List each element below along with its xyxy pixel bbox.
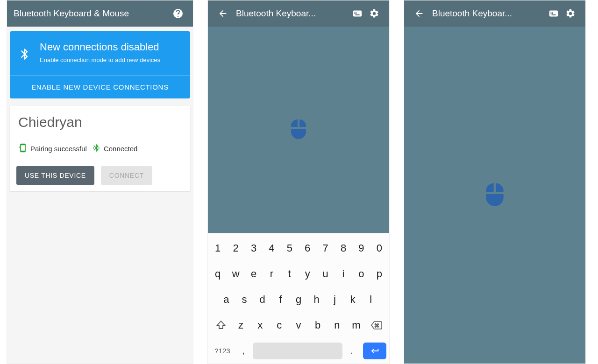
connection-status: Connected	[92, 143, 138, 154]
key-row-bottom: ?123 , .	[208, 338, 389, 364]
device-actions: USE THIS DEVICE CONNECT	[16, 166, 184, 185]
key-f[interactable]: f	[271, 290, 290, 309]
key-y[interactable]: y	[299, 264, 316, 284]
device-status-row: Pairing successful Connected	[16, 143, 184, 154]
backspace-key[interactable]	[366, 316, 386, 335]
key-0[interactable]: 0	[370, 238, 388, 258]
key-1[interactable]: 1	[209, 238, 227, 258]
connect-button: CONNECT	[101, 166, 152, 185]
use-device-button[interactable]: USE THIS DEVICE	[16, 166, 94, 185]
appbar: Bluetooth Keyboar...	[404, 0, 585, 27]
banner-content: New connections disabled Enable connecti…	[10, 31, 190, 75]
key-7[interactable]: 7	[316, 238, 334, 258]
help-icon[interactable]	[170, 5, 186, 22]
back-icon[interactable]	[411, 5, 427, 22]
enter-key[interactable]	[363, 343, 386, 359]
key-q[interactable]: q	[209, 264, 227, 284]
key-u[interactable]: u	[316, 264, 334, 284]
key-n[interactable]: n	[327, 315, 347, 335]
enable-connections-button[interactable]: ENABLE NEW DEVICE CONNECTIONS	[10, 75, 190, 98]
key-m[interactable]: m	[347, 315, 366, 335]
key-5[interactable]: 5	[281, 238, 299, 258]
key-a[interactable]: a	[217, 290, 235, 309]
key-k[interactable]: k	[344, 290, 362, 309]
pairing-status: Pairing successful	[18, 143, 87, 154]
keyboard-icon[interactable]	[545, 5, 562, 22]
appbar-title: Bluetooth Keyboar...	[236, 8, 349, 19]
key-o[interactable]: o	[352, 264, 370, 284]
key-v[interactable]: v	[289, 315, 308, 335]
settings-icon[interactable]	[366, 5, 383, 22]
key-x[interactable]: x	[250, 315, 270, 335]
appbar: Bluetooth Keyboard & Mouse	[7, 0, 193, 27]
space-key[interactable]	[253, 343, 342, 359]
key-d[interactable]: d	[253, 290, 271, 309]
connected-icon	[92, 143, 101, 154]
key-l[interactable]: l	[362, 290, 380, 309]
key-row-3: zxcvbnm	[208, 312, 389, 338]
key-t[interactable]: t	[281, 264, 299, 284]
connection-status-label: Connected	[104, 145, 138, 153]
key-8[interactable]: 8	[335, 238, 352, 258]
key-r[interactable]: r	[263, 264, 280, 284]
appbar: Bluetooth Keyboar...	[208, 0, 389, 27]
key-b[interactable]: b	[308, 315, 327, 335]
key-e[interactable]: e	[245, 264, 263, 284]
key-row-1: qwertyuiop	[208, 261, 389, 287]
key-p[interactable]: p	[370, 264, 388, 284]
appbar-title: Bluetooth Keyboar...	[432, 8, 545, 19]
mouse-icon	[482, 181, 508, 209]
pairing-status-label: Pairing successful	[30, 145, 87, 153]
key-s[interactable]: s	[235, 290, 254, 309]
key-row-2: asdfghjkl	[208, 287, 389, 312]
shift-key[interactable]	[211, 316, 231, 335]
screen-trackpad: Bluetooth Keyboar...	[404, 0, 586, 364]
key-w[interactable]: w	[227, 264, 244, 284]
mouse-icon	[287, 118, 310, 142]
screen-trackpad-keyboard: Bluetooth Keyboar... 1234567890 qwertyui…	[207, 0, 390, 364]
key-j[interactable]: j	[326, 290, 344, 309]
comma-key[interactable]: ,	[237, 342, 250, 360]
device-name: Chiedryan	[16, 114, 184, 130]
key-6[interactable]: 6	[299, 238, 316, 258]
period-key[interactable]: .	[345, 342, 358, 360]
appbar-title: Bluetooth Keyboard & Mouse	[14, 8, 170, 19]
symbols-key[interactable]: ?123	[211, 343, 234, 358]
trackpad-area[interactable]	[208, 27, 389, 233]
bluetooth-icon	[18, 45, 31, 65]
banner-text: New connections disabled Enable connecti…	[40, 41, 160, 64]
pair-success-icon	[18, 143, 28, 154]
banner-subtitle: Enable connection mode to add new device…	[40, 56, 160, 64]
screen-devices: Bluetooth Keyboard & Mouse New connectio…	[7, 0, 193, 364]
key-2[interactable]: 2	[227, 238, 244, 258]
settings-icon[interactable]	[562, 5, 579, 22]
key-z[interactable]: z	[231, 315, 250, 335]
key-row-numbers: 1234567890	[208, 235, 389, 261]
key-c[interactable]: c	[270, 315, 289, 335]
key-h[interactable]: h	[307, 290, 326, 309]
soft-keyboard: 1234567890 qwertyuiop asdfghjkl zxcvbnm …	[208, 233, 389, 364]
key-i[interactable]: i	[335, 264, 352, 284]
key-g[interactable]: g	[290, 290, 308, 309]
key-4[interactable]: 4	[263, 238, 280, 258]
trackpad-area[interactable]	[404, 27, 585, 364]
keyboard-icon[interactable]	[349, 5, 366, 22]
banner-title: New connections disabled	[40, 41, 160, 54]
key-3[interactable]: 3	[245, 238, 263, 258]
connection-banner: New connections disabled Enable connecti…	[10, 31, 190, 98]
back-icon[interactable]	[214, 5, 231, 22]
device-card: Chiedryan Pairing successful Connected U…	[10, 106, 190, 191]
key-9[interactable]: 9	[352, 238, 370, 258]
